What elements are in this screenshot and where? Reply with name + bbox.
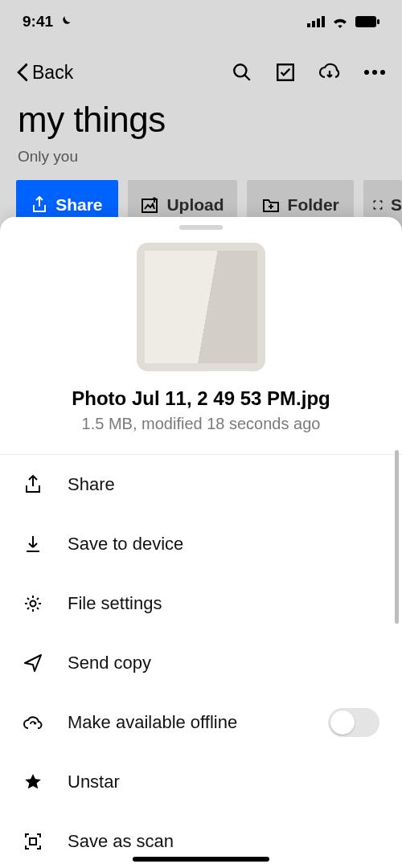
svg-rect-3	[322, 16, 325, 27]
svg-point-11	[380, 70, 385, 75]
back-button[interactable]: Back	[16, 62, 73, 84]
svg-rect-5	[377, 19, 379, 24]
svg-point-6	[234, 64, 246, 76]
more-icon[interactable]	[363, 69, 386, 76]
menu-save-to-device[interactable]: Save to device	[0, 514, 402, 574]
upload-chip-label: Upload	[166, 195, 224, 215]
gear-icon	[23, 594, 43, 613]
svg-rect-4	[355, 16, 376, 27]
scan-icon	[23, 832, 43, 851]
scan-chip-label: S	[391, 195, 402, 215]
star-icon	[23, 772, 43, 792]
image-upload-icon	[141, 196, 158, 214]
menu-unstar[interactable]: Unstar	[0, 752, 402, 812]
file-name: Photo Jul 11, 2 49 53 PM.jpg	[0, 387, 402, 410]
offline-toggle[interactable]	[328, 708, 379, 737]
menu-label: Share	[68, 474, 115, 495]
wifi-icon	[331, 15, 349, 28]
scan-corners-icon	[373, 197, 383, 213]
svg-rect-2	[317, 18, 320, 27]
download-icon	[23, 534, 43, 554]
page-title: my things	[18, 100, 166, 140]
cloud-download-icon[interactable]	[318, 63, 341, 82]
file-meta: 1.5 MB, modified 18 seconds ago	[0, 415, 402, 433]
svg-point-9	[364, 70, 369, 75]
menu-send-copy[interactable]: Send copy	[0, 633, 402, 693]
file-actions-menu: Share Save to device File settings Send …	[0, 454, 402, 868]
svg-rect-1	[312, 21, 315, 27]
home-indicator[interactable]	[133, 857, 269, 862]
file-thumbnail	[137, 243, 265, 371]
folder-plus-icon	[262, 197, 280, 213]
status-time: 9:41	[23, 13, 53, 31]
paper-plane-icon	[23, 653, 43, 673]
battery-icon	[355, 16, 379, 27]
sheet-grab-handle[interactable]	[179, 225, 223, 230]
page-subtitle: Only you	[18, 148, 78, 166]
share-icon	[23, 475, 43, 494]
status-bar: 9:41	[0, 0, 402, 43]
folder-chip-label: Folder	[288, 195, 339, 215]
moon-icon	[58, 14, 72, 29]
menu-label: Save as scan	[68, 831, 174, 852]
menu-share[interactable]: Share	[0, 455, 402, 514]
menu-file-settings[interactable]: File settings	[0, 574, 402, 633]
menu-label: Save to device	[68, 534, 183, 555]
nav-bar: Back	[0, 50, 402, 95]
menu-make-offline[interactable]: Make available offline	[0, 693, 402, 752]
select-icon[interactable]	[275, 62, 296, 83]
search-icon[interactable]	[232, 62, 252, 83]
file-bottom-sheet: Photo Jul 11, 2 49 53 PM.jpg 1.5 MB, mod…	[0, 217, 402, 868]
menu-label: Unstar	[68, 772, 120, 792]
back-label: Back	[32, 62, 73, 84]
cellular-icon	[307, 16, 325, 27]
share-chip-label: Share	[55, 195, 102, 215]
cloud-sync-icon	[23, 714, 43, 731]
chevron-left-icon	[16, 63, 29, 82]
svg-rect-0	[307, 23, 310, 27]
svg-line-7	[244, 75, 250, 80]
menu-label: Send copy	[68, 653, 151, 674]
menu-label: Make available offline	[68, 712, 237, 733]
menu-label: File settings	[68, 593, 162, 614]
svg-point-13	[31, 601, 36, 607]
svg-point-10	[372, 70, 377, 75]
scroll-indicator	[395, 450, 399, 624]
share-up-icon	[31, 196, 47, 214]
